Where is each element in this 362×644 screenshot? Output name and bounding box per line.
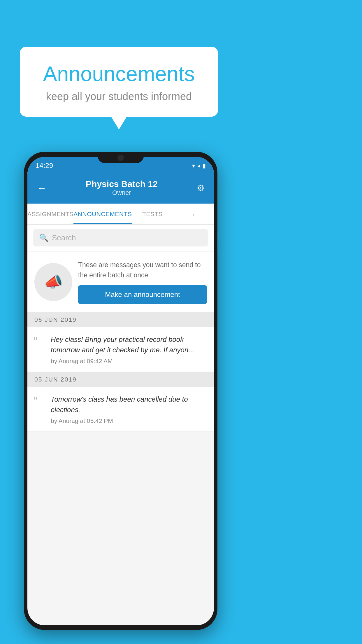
date-divider-1: 06 JUN 2019 [27,312,214,327]
speech-bubble: Announcements keep all your students inf… [20,47,218,117]
settings-button[interactable]: ⚙ [194,181,207,195]
announcement-item-1[interactable]: " Hey class! Bring your practical record… [27,327,214,372]
phone-frame: 14:29 ▾ ◂ ▮ ← Physics Batch 12 Owner ⚙ A… [24,152,217,630]
date-divider-2: 05 JUN 2019 [27,372,214,387]
ann-content-1: Hey class! Bring your practical record b… [51,334,208,365]
phone-vol-up-button [24,236,24,260]
search-bar[interactable]: 🔍 Search [33,229,208,246]
make-announcement-button[interactable]: Make an announcement [78,285,207,304]
ann-text-1: Hey class! Bring your practical record b… [51,334,208,355]
tab-assignments[interactable]: ASSIGNMENTS [27,204,73,224]
signal-icon: ◂ [197,162,200,169]
phone-power-button [217,233,217,254]
tab-announcements[interactable]: ANNOUNCEMENTS [73,204,132,224]
tab-more[interactable]: › [173,204,214,224]
bubble-title: Announcements [37,62,201,86]
batch-subtitle: Owner [49,189,194,197]
ann-text-2: Tomorrow's class has been cancelled due … [51,394,208,415]
promo-card: 📣 These are messages you want to send to… [27,252,214,312]
phone-vol-down-button [24,265,24,289]
status-time: 14:29 [36,162,53,170]
speech-bubble-container: Announcements keep all your students inf… [20,47,218,117]
phone-camera [117,155,124,161]
app-header: ← Physics Batch 12 Owner ⚙ [27,172,214,204]
search-bar-wrap: 🔍 Search [27,225,214,251]
phone-mute-button [24,216,24,230]
quote-icon-1: " [33,334,46,347]
phone-screen: 14:29 ▾ ◂ ▮ ← Physics Batch 12 Owner ⚙ A… [27,157,214,625]
quote-icon-2: " [33,394,46,407]
back-button[interactable]: ← [34,180,49,196]
ann-meta-1: by Anurag at 09:42 AM [51,358,208,365]
announcement-item-2[interactable]: " Tomorrow's class has been cancelled du… [27,387,214,432]
promo-description: These are messages you want to send to t… [78,260,207,280]
batch-title: Physics Batch 12 [49,179,194,189]
status-icons: ▾ ◂ ▮ [192,162,206,169]
search-placeholder: Search [52,233,76,242]
search-icon: 🔍 [39,233,48,242]
promo-icon-circle: 📣 [34,263,72,301]
phone-notch [97,152,144,163]
tabs-bar: ASSIGNMENTS ANNOUNCEMENTS TESTS › [27,204,214,225]
promo-right: These are messages you want to send to t… [78,260,207,304]
header-title-block: Physics Batch 12 Owner [49,179,194,197]
tab-tests[interactable]: TESTS [132,204,173,224]
battery-icon: ▮ [203,162,206,169]
ann-meta-2: by Anurag at 05:42 PM [51,417,208,424]
phone-container: 14:29 ▾ ◂ ▮ ← Physics Batch 12 Owner ⚙ A… [24,152,217,630]
megaphone-icon: 📣 [44,273,63,291]
bubble-subtitle: keep all your students informed [37,90,201,103]
wifi-icon: ▾ [192,162,195,169]
content-area: 🔍 Search 📣 These are messages you want t… [27,225,214,432]
ann-content-2: Tomorrow's class has been cancelled due … [51,394,208,424]
